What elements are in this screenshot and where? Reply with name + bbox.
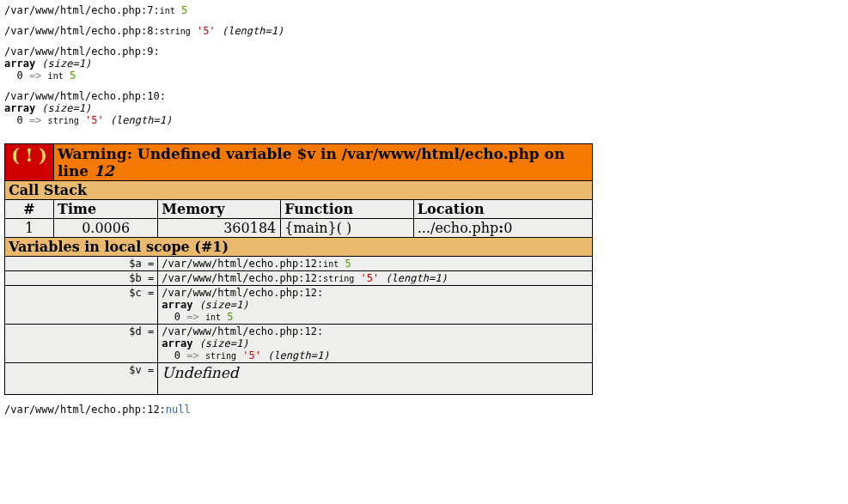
var-value-b: /var/www/html/echo.php:12:string '5' (le…	[158, 271, 593, 286]
col-num: #	[5, 200, 54, 219]
var-row-b: $b = /var/www/html/echo.php:12:string '5…	[5, 271, 593, 286]
warning-message: Warning: Undefined variable $v in /var/w…	[54, 144, 593, 181]
var-dump-line-10: /var/www/html/echo.php:10: array (size=1…	[4, 90, 844, 126]
stack-frame-location: .../echo.php:0	[413, 219, 592, 238]
localvars-title: Variables in local scope (#1)	[5, 238, 593, 257]
col-function: Function	[281, 200, 414, 219]
warning-bang-icon: ( ! )	[5, 144, 54, 181]
var-label-d: $d =	[5, 325, 158, 363]
callstack-row: 1 0.0006 360184 {main}( ) .../echo.php:0	[5, 219, 593, 238]
var-dump-line-12-null: /var/www/html/echo.php:12:null	[4, 404, 844, 416]
var-dump-line-7: /var/www/html/echo.php:7:int 5	[4, 4, 844, 16]
var-value-v: Undefined	[158, 363, 593, 395]
var-row-v: $v = Undefined	[5, 363, 593, 395]
var-dump-line-8: /var/www/html/echo.php:8:string '5' (len…	[4, 25, 844, 37]
xdebug-warning-table: ( ! ) Warning: Undefined variable $v in …	[4, 143, 593, 395]
var-row-a: $a = /var/www/html/echo.php:12:int 5	[5, 257, 593, 271]
localvars-header-row: Variables in local scope (#1)	[5, 238, 593, 257]
col-memory: Memory	[158, 200, 281, 219]
stack-frame-num: 1	[5, 219, 54, 238]
callstack-columns: # Time Memory Function Location	[5, 200, 593, 219]
col-time: Time	[54, 200, 158, 219]
stack-frame-time: 0.0006	[54, 219, 158, 238]
var-row-c: $c = /var/www/html/echo.php:12: array (s…	[5, 286, 593, 325]
stack-frame-memory: 360184	[158, 219, 281, 238]
var-row-d: $d = /var/www/html/echo.php:12: array (s…	[5, 325, 593, 363]
stack-frame-function: {main}( )	[281, 219, 414, 238]
var-label-a: $a =	[5, 257, 158, 271]
var-label-v: $v =	[5, 363, 158, 395]
var-dump-line-9: /var/www/html/echo.php:9: array (size=1)…	[4, 46, 844, 82]
callstack-title: Call Stack	[5, 181, 593, 200]
var-value-a: /var/www/html/echo.php:12:int 5	[158, 257, 593, 271]
var-label-c: $c =	[5, 286, 158, 325]
warning-header-row: ( ! ) Warning: Undefined variable $v in …	[5, 144, 593, 181]
var-value-c: /var/www/html/echo.php:12: array (size=1…	[158, 286, 593, 325]
callstack-header-row: Call Stack	[5, 181, 593, 200]
col-location: Location	[413, 200, 592, 219]
var-label-b: $b =	[5, 271, 158, 286]
var-value-d: /var/www/html/echo.php:12: array (size=1…	[158, 325, 593, 363]
